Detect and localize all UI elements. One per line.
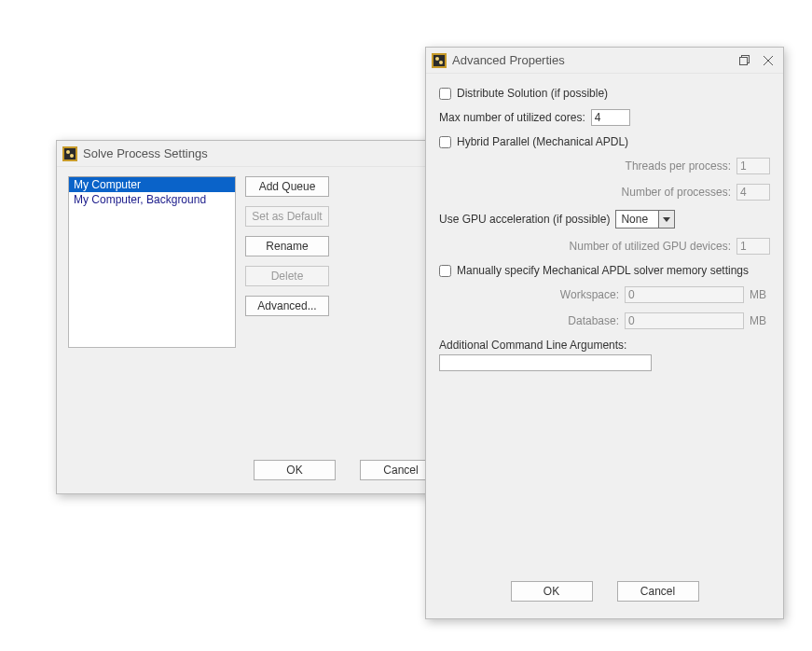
distribute-label: Distribute Solution (if possible)	[457, 87, 608, 100]
advanced-properties-window: Advanced Properties Distribute Solution …	[425, 47, 784, 619]
threads-input	[736, 158, 770, 174]
gpu-select-value: None	[621, 213, 648, 226]
queue-listbox[interactable]: My ComputerMy Computer, Background	[68, 176, 236, 348]
adv-ok-button[interactable]: OK	[511, 581, 593, 602]
svg-point-7	[439, 61, 443, 64]
adv-titlebar[interactable]: Advanced Properties	[426, 48, 783, 74]
solve-title: Solve Process Settings	[83, 146, 465, 160]
workspace-input	[625, 286, 744, 303]
svg-point-6	[435, 57, 439, 61]
workspace-unit: MB	[750, 288, 770, 301]
mem-checkbox[interactable]	[439, 265, 451, 277]
max-cores-label: Max number of utilized cores:	[439, 111, 585, 124]
add-queue-button[interactable]: Add Queue	[245, 176, 329, 197]
solve-titlebar[interactable]: Solve Process Settings	[57, 141, 471, 167]
adv-cancel-button[interactable]: Cancel	[617, 581, 699, 602]
delete-button[interactable]: Delete	[245, 266, 329, 286]
hybrid-label: Hybrid Parallel (Mechanical APDL)	[457, 135, 628, 148]
solve-ok-button[interactable]: OK	[254, 460, 336, 480]
gpu-select[interactable]: None	[615, 210, 675, 229]
set-default-button[interactable]: Set as Default	[245, 206, 329, 227]
solve-settings-window: Solve Process Settings My ComputerMy Com…	[56, 140, 472, 494]
gpu-devices-input	[736, 238, 770, 255]
svg-rect-5	[434, 55, 445, 66]
gpu-devices-label: Number of utilized GPU devices:	[570, 240, 731, 253]
advanced-button[interactable]: Advanced...	[245, 296, 329, 316]
database-unit: MB	[750, 314, 770, 327]
svg-marker-12	[663, 217, 670, 222]
max-cores-input[interactable]	[591, 109, 630, 126]
workspace-label: Workspace:	[560, 288, 619, 301]
distribute-checkbox[interactable]	[439, 88, 451, 100]
restore-icon[interactable]	[735, 51, 753, 70]
close-icon[interactable]	[759, 51, 778, 70]
app-icon	[62, 146, 77, 161]
svg-point-3	[70, 154, 74, 158]
database-label: Database:	[568, 314, 619, 327]
adv-title: Advanced Properties	[452, 53, 729, 67]
list-item[interactable]: My Computer, Background	[69, 192, 235, 207]
cli-input[interactable]	[439, 354, 652, 371]
num-processes-label: Number of processes:	[622, 186, 731, 199]
chevron-down-icon	[658, 211, 674, 228]
mem-label: Manually specify Mechanical APDL solver …	[457, 264, 749, 277]
svg-point-2	[66, 150, 70, 154]
app-icon	[432, 53, 447, 68]
cli-label: Additional Command Line Arguments:	[439, 339, 626, 352]
svg-rect-1	[64, 148, 76, 159]
num-processes-input	[736, 184, 770, 201]
database-input	[625, 312, 744, 329]
threads-label: Threads per process:	[626, 159, 731, 173]
gpu-label: Use GPU acceleration (if possible)	[439, 213, 610, 226]
svg-rect-9	[739, 58, 747, 65]
hybrid-checkbox[interactable]	[439, 136, 451, 148]
list-item[interactable]: My Computer	[69, 177, 235, 192]
rename-button[interactable]: Rename	[245, 236, 329, 256]
